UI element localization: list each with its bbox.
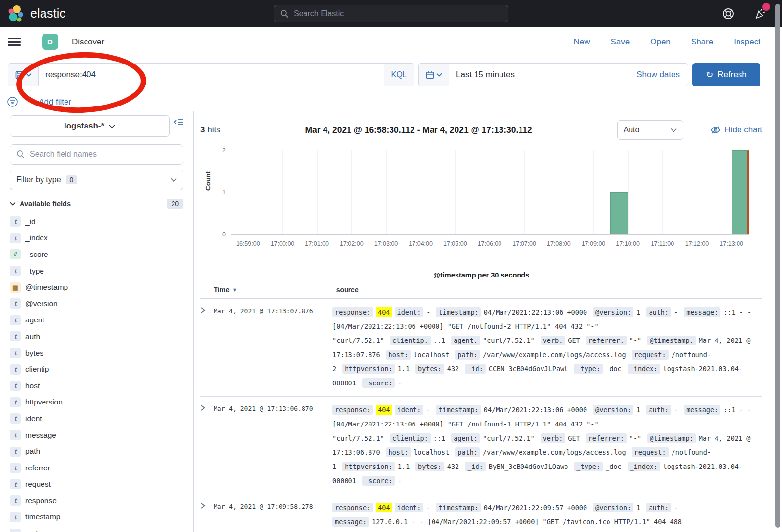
brand-name: elastic [30,6,65,21]
field-item-path[interactable]: tpath [10,443,183,460]
field-item-_score[interactable]: #_score [10,246,183,263]
row-source: response:404ident:-timestamp:04/Mar/2021… [332,403,759,488]
field-item-httpversion[interactable]: thttpversion [10,394,183,411]
x-tick-label: 17:11:00 [651,240,674,247]
field-item-@version[interactable]: t@version [10,296,183,312]
interval-select[interactable]: Auto [617,120,683,140]
saved-query-icon [15,71,23,79]
field-search-input[interactable]: Search field names [10,144,183,165]
hide-chart-button[interactable]: Hide chart [710,125,762,135]
source-value: localhost [413,448,449,456]
gridline [697,150,697,234]
help-icon[interactable] [722,7,735,20]
query-input[interactable]: response:404 [39,64,384,86]
table-rows: Mar 4, 2021 @ 17:13:07.876response:404id… [200,299,762,532]
histogram-chart[interactable]: Count 16:59:0017:00:0017:01:0017:02:0017… [200,146,762,270]
global-search-input[interactable]: Search Elastic [274,5,508,22]
source-field-name: _id: [465,462,486,471]
chevron-down-icon [436,73,442,77]
field-item-referrer[interactable]: treferrer [10,460,183,476]
field-name: message [25,431,56,440]
refresh-icon: ↻ [706,70,713,79]
field-item-_id[interactable]: t_id [10,213,183,230]
source-column-header: _source [332,286,359,294]
field-item-host[interactable]: thost [10,378,183,394]
global-header: elastic Search Elastic [0,0,782,27]
expand-row-icon[interactable] [200,501,214,532]
field-name: @timestamp [25,283,68,292]
x-tick-label: 17:13:00 [719,240,743,247]
field-name: agent [25,316,44,324]
query-input-group: response:404 KQL [8,63,414,86]
saved-query-menu-button[interactable] [8,64,39,86]
elastic-brand[interactable]: elastic [0,4,122,23]
source-field-name: ident: [395,307,424,317]
string-type-icon: t [10,479,21,489]
source-value: GET [568,337,580,344]
field-item-_index[interactable]: t_index [10,230,183,247]
time-range-value[interactable]: Last 15 minutes [449,70,636,80]
source-field-name: clientip: [390,433,431,443]
gridline [248,150,248,234]
gridline [559,150,559,234]
x-tick-label: 17:02:00 [340,240,364,247]
share-button[interactable]: Share [691,37,713,47]
collapse-sidebar-button[interactable] [174,118,183,126]
source-field-name: verb: [541,433,565,443]
open-button[interactable]: Open [650,37,671,47]
field-item-clientip[interactable]: tclientip [10,361,183,378]
gridline [282,150,283,234]
field-item-verb[interactable]: tverb [10,525,183,532]
index-pattern-select[interactable]: logstash-* [10,115,170,137]
page-title: Discover [72,37,104,47]
field-item-bytes[interactable]: tbytes [10,345,183,362]
available-fields-count: 20 [167,199,183,209]
source-field-name: _index: [628,364,660,374]
table-header: Time ▼ _source [200,286,762,299]
field-item-agent[interactable]: tagent [10,312,183,329]
string-type-icon: t [10,233,21,243]
filter-icon[interactable] [7,96,18,107]
inspect-button[interactable]: Inspect [734,37,760,47]
query-language-button[interactable]: KQL [384,64,414,86]
expand-row-icon[interactable] [200,305,214,390]
save-button[interactable]: Save [610,37,630,47]
source-value: /var/www/example.com/logs/access.log [483,448,626,456]
hits-count: 3 hits [200,125,220,135]
field-name: timestamp [25,512,61,521]
chevron-down-icon [171,178,177,182]
time-column-header[interactable]: Time ▼ [214,286,332,294]
field-item-request[interactable]: trequest [10,476,183,493]
field-item-_type[interactable]: t_type [10,263,183,279]
filter-by-type-count: 0 [66,175,78,184]
new-button[interactable]: New [573,37,590,47]
chart-date-range: Mar 4, 2021 @ 16:58:30.112 - Mar 4, 2021… [220,125,617,135]
field-item-auth[interactable]: tauth [10,328,183,345]
refresh-button[interactable]: ↻ Refresh [692,63,760,86]
string-type-icon: t [10,266,21,276]
discover-app-badge[interactable]: D [42,34,58,50]
available-fields-header[interactable]: Available fields 20 [10,199,183,209]
source-highlighted-value: 404 [376,405,391,415]
field-item-timestamp[interactable]: ttimestamp [10,509,183,526]
add-filter-link[interactable]: + Add filter [32,97,71,107]
source-field-name: auth: [646,503,671,512]
histogram-bar[interactable] [610,192,628,234]
field-item-ident[interactable]: tident [10,410,183,427]
menu-button[interactable] [0,27,28,57]
field-item-response[interactable]: tresponse [10,492,183,509]
source-highlighted-value: 404 [376,307,391,317]
x-tick-label: 17:00:00 [271,240,295,247]
filter-by-type-select[interactable]: Filter by type 0 [10,170,183,190]
expand-row-icon[interactable] [200,403,214,488]
vertical-scrollbar[interactable] [775,4,780,528]
field-item-message[interactable]: tmessage [10,427,183,444]
source-field-name: timestamp: [436,307,480,317]
filter-by-type-label: Filter by type [16,175,61,184]
histogram-bar[interactable] [732,150,749,234]
field-name: ident [25,414,42,423]
quick-select-button[interactable] [419,64,449,86]
show-dates-link[interactable]: Show dates [636,70,688,80]
hamburger-icon [8,36,21,48]
field-item-@timestamp[interactable]: ▦@timestamp [10,279,183,296]
